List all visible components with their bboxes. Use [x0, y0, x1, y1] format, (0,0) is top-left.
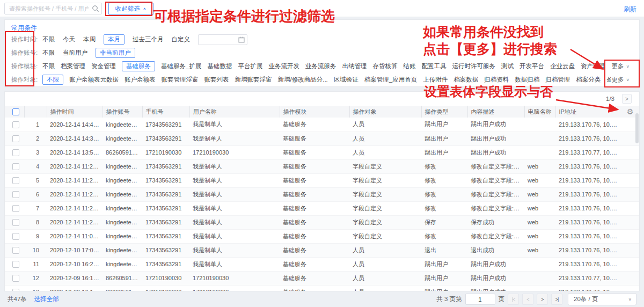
column-header[interactable]: 操作时间 [47, 106, 103, 118]
filter-option[interactable]: 出纳管理 [342, 62, 367, 70]
filter-option[interactable]: 本月 [104, 34, 125, 45]
filter-option[interactable]: 运行时许可服务 [452, 62, 495, 70]
page-number-input[interactable] [465, 294, 495, 305]
filter-option[interactable]: 今天 [63, 35, 75, 43]
select-all-link[interactable]: 选择全部 [34, 295, 59, 303]
filter-option[interactable]: 业务流服务 [305, 62, 336, 70]
filter-option[interactable]: 档案管理_应用首页 [364, 76, 417, 84]
column-header[interactable]: 电脑名称 [524, 106, 555, 118]
more-modules-button[interactable]: 更多 ∨ [611, 62, 633, 70]
filter-option[interactable]: 账套列表 [204, 76, 229, 84]
filter-option[interactable]: 存货核算 [372, 62, 397, 70]
row-checkbox[interactable] [12, 149, 19, 156]
next-page-button[interactable]: > [537, 294, 548, 305]
filter-option[interactable]: 不限 [42, 49, 55, 57]
column-header[interactable]: IP地址 [555, 106, 621, 118]
column-header[interactable]: 内容描述 [467, 106, 524, 118]
operation-log-table: 操作时间操作账号手机号用户名称操作模块操作对象操作类型内容描述电脑名称IP地址⚙… [5, 106, 639, 291]
row-checkbox[interactable] [12, 261, 19, 268]
column-header[interactable]: 手机号 [142, 106, 189, 118]
filter-option[interactable]: 基础数据 [207, 62, 232, 70]
filter-option[interactable]: 盈亏处理 [606, 76, 611, 84]
table-cell: 基础服务 [280, 118, 349, 131]
row-checkbox[interactable] [12, 205, 19, 212]
chevron-down-icon: ∨ [626, 78, 630, 82]
page-size-select[interactable]: 20条 / 页 ∨ [568, 293, 636, 305]
filter-option[interactable]: 非当前用户 [96, 48, 135, 58]
table-scrollbar-thumb[interactable] [635, 113, 639, 143]
table-cell: 人员 [349, 271, 421, 285]
filter-option[interactable]: 当前用户 [63, 49, 87, 57]
filter-option[interactable]: 不限 [42, 35, 55, 43]
filter-option[interactable]: 不限 [42, 75, 63, 85]
filter-option[interactable]: 归档管理 [545, 76, 570, 84]
filter-option[interactable]: 资金管理 [91, 62, 116, 70]
row-checkbox[interactable] [12, 191, 19, 198]
filter-option[interactable]: 上传附件 [423, 76, 448, 84]
filter-option[interactable]: 过去三个月 [133, 35, 164, 43]
row-index: 3 [24, 145, 47, 159]
search-input[interactable] [4, 3, 102, 14]
filter-option[interactable]: 配置工具 [421, 62, 446, 70]
table-cell: 修改自定义字段:毛还单价 [467, 159, 524, 173]
next-page-mini-button[interactable]: > [622, 94, 632, 104]
table-cell: 人员 [349, 131, 421, 145]
filter-option[interactable]: 平台扩展 [238, 62, 262, 70]
row-checkbox[interactable] [12, 247, 19, 254]
filter-option[interactable]: 区域验证 [334, 76, 358, 84]
filter-option[interactable]: 自定义 [172, 35, 191, 43]
filter-option[interactable]: 数据归档 [515, 76, 539, 84]
gear-column-spacer [621, 159, 639, 173]
filter-option[interactable]: 新增账套浮窗 [235, 76, 272, 84]
last-page-button[interactable]: >| [551, 294, 562, 305]
row-checkbox[interactable] [12, 121, 19, 128]
filter-option[interactable]: 账户余额表 [125, 76, 156, 84]
filter-option[interactable]: 企业云盘 [550, 62, 575, 70]
row-index: 11 [24, 257, 47, 271]
table-cell: 17210190030 [142, 145, 189, 159]
collapse-filter-button[interactable]: 收起筛选 ∧ [108, 3, 153, 15]
table-cell: 17343563291 [142, 187, 189, 201]
row-checkbox[interactable] [12, 233, 19, 240]
filter-option[interactable]: 基础服务 [122, 61, 155, 71]
gear-column-spacer [621, 243, 639, 257]
refresh-button[interactable]: 刷新 [624, 5, 636, 14]
filter-option[interactable]: 档案管理 [61, 62, 85, 70]
filter-option[interactable]: 不限 [42, 62, 55, 70]
filter-option[interactable]: 档案数据 [453, 76, 478, 84]
table-cell: 219.133.170.77, 10.190.... [555, 285, 621, 291]
filter-option[interactable]: 账户余额表元数据 [69, 76, 119, 84]
table-cell: web [524, 229, 555, 243]
table-cell: web [524, 201, 555, 215]
row-checkbox[interactable] [12, 275, 19, 282]
filter-option[interactable]: 资产管理 [581, 62, 605, 70]
prev-page-button[interactable]: < [522, 294, 533, 305]
filter-option[interactable]: 账套管理浮窗 [162, 76, 199, 84]
column-header[interactable]: 操作账号 [103, 106, 142, 118]
filter-option[interactable]: 新增/修改商品分... [278, 76, 328, 84]
more-objects-button[interactable]: 更多 ∨ [611, 76, 633, 84]
filter-option[interactable]: 档案分类 [576, 76, 601, 84]
column-header[interactable]: 用户名称 [189, 106, 280, 118]
filter-option[interactable]: 业务流开发 [268, 62, 299, 70]
table-cell: 2020-12-14 13:52:13 [47, 145, 103, 159]
row-checkbox[interactable] [12, 135, 19, 142]
custom-date-input[interactable] [198, 34, 247, 45]
table-cell: 我是制单人 [189, 118, 280, 131]
column-header[interactable]: 操作类型 [421, 106, 467, 118]
table-cell: 我是制单人 [189, 159, 280, 173]
row-checkbox[interactable] [12, 177, 19, 184]
row-checkbox[interactable] [12, 163, 19, 170]
filter-option[interactable]: 本周 [83, 35, 96, 43]
table-cell: 86260591@kdc [103, 285, 142, 291]
filter-option[interactable]: 结账 [403, 62, 415, 70]
filter-option[interactable]: 基础服务_扩展 [161, 62, 201, 70]
column-header[interactable]: 操作对象 [349, 106, 421, 118]
first-page-button[interactable]: |< [508, 294, 519, 305]
filter-option[interactable]: 测试 [501, 62, 514, 70]
row-checkbox[interactable] [12, 219, 19, 226]
column-header[interactable]: 操作模块 [280, 106, 349, 118]
filter-option[interactable]: 开发平台 [519, 62, 544, 70]
filter-option[interactable]: 归档资料 [484, 76, 509, 84]
select-all-checkbox[interactable] [12, 108, 19, 115]
